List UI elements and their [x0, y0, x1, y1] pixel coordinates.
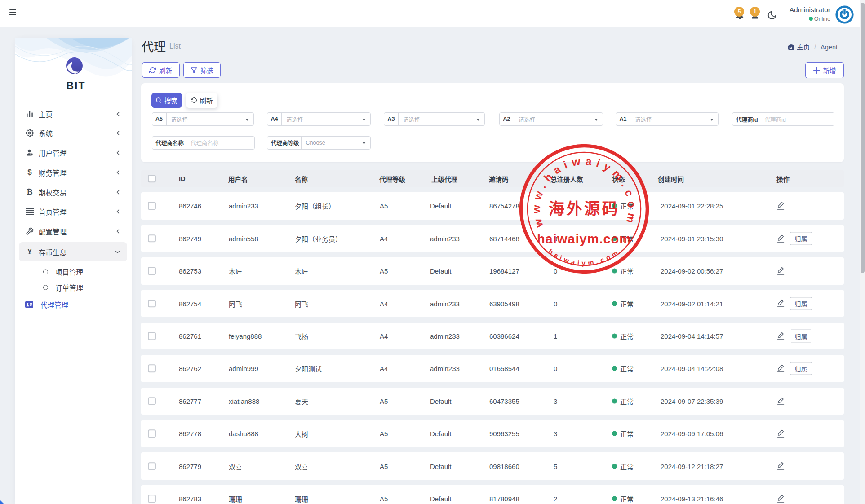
svg-text:haiwaiym.com: haiwaiym.com [547, 248, 621, 267]
svg-text:haiwaiym.com: haiwaiym.com [537, 232, 631, 246]
svg-text:www.haiwaiym.com: www.haiwaiym.com [530, 155, 638, 229]
svg-text:海外源码: 海外源码 [549, 200, 620, 217]
